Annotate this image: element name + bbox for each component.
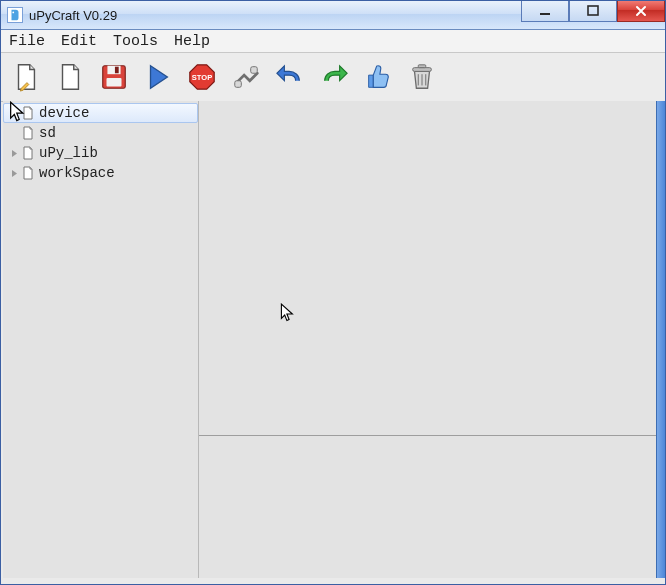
thumbs-up-icon — [363, 62, 393, 92]
menubar: File Edit Tools Help — [1, 30, 665, 53]
tree-item-label: device — [39, 105, 89, 121]
svg-rect-12 — [418, 65, 426, 68]
tree-item-label: uPy_lib — [39, 145, 98, 161]
run-button[interactable] — [141, 60, 175, 94]
connect-icon — [231, 62, 261, 92]
tree-item-label: workSpace — [39, 165, 115, 181]
tree-item-workspace[interactable]: workSpace — [3, 163, 198, 183]
cursor-icon — [279, 303, 297, 325]
expand-icon[interactable] — [7, 146, 21, 160]
menu-help[interactable]: Help — [170, 31, 222, 52]
scrollbar-vertical[interactable] — [656, 101, 665, 578]
expand-icon[interactable] — [7, 166, 21, 180]
undo-button[interactable] — [273, 60, 307, 94]
svg-rect-6 — [107, 78, 122, 86]
minimize-button[interactable] — [521, 1, 569, 22]
editor-panel — [199, 101, 657, 578]
open-file-button[interactable] — [53, 60, 87, 94]
tree-item-upylib[interactable]: uPy_lib — [3, 143, 198, 163]
tree-item-label: sd — [39, 125, 56, 141]
expander-placeholder — [7, 126, 21, 140]
trash-icon — [407, 62, 437, 92]
app-window: uPyCraft V0.29 File Edit Tools Help — [0, 0, 666, 585]
toolbar: STOP — [1, 53, 665, 102]
connect-button[interactable] — [229, 60, 263, 94]
new-file-button[interactable] — [9, 60, 43, 94]
svg-text:STOP: STOP — [192, 73, 212, 82]
file-icon — [21, 146, 35, 160]
undo-icon — [275, 62, 305, 92]
editor-area[interactable] — [199, 101, 657, 436]
close-button[interactable] — [617, 1, 665, 22]
tree-item-device[interactable]: device — [3, 103, 198, 123]
stop-icon: STOP — [187, 62, 217, 92]
console-area[interactable] — [199, 436, 657, 578]
tree-panel[interactable]: device sd uPy_lib — [3, 101, 199, 578]
menu-tools[interactable]: Tools — [109, 31, 170, 52]
maximize-button[interactable] — [569, 1, 617, 22]
svg-rect-1 — [540, 13, 550, 15]
menu-file[interactable]: File — [5, 31, 57, 52]
svg-rect-2 — [588, 6, 598, 15]
save-icon — [99, 62, 129, 92]
tree-item-sd[interactable]: sd — [3, 123, 198, 143]
stop-button[interactable]: STOP — [185, 60, 219, 94]
app-icon — [7, 7, 23, 23]
run-icon — [143, 62, 173, 92]
sync-button[interactable] — [361, 60, 395, 94]
titlebar[interactable]: uPyCraft V0.29 — [1, 1, 665, 30]
menu-edit[interactable]: Edit — [57, 31, 109, 52]
body: device sd uPy_lib — [3, 101, 657, 578]
window-title: uPyCraft V0.29 — [29, 8, 117, 23]
clear-button[interactable] — [405, 60, 439, 94]
open-file-icon — [55, 62, 85, 92]
svg-rect-9 — [235, 81, 242, 88]
svg-rect-10 — [251, 67, 258, 74]
file-icon — [21, 126, 35, 140]
redo-icon — [319, 62, 349, 92]
file-icon — [21, 166, 35, 180]
redo-button[interactable] — [317, 60, 351, 94]
window-buttons — [521, 1, 665, 21]
save-button[interactable] — [97, 60, 131, 94]
cursor-icon — [9, 101, 27, 123]
new-file-icon — [11, 62, 41, 92]
svg-rect-11 — [413, 68, 432, 72]
svg-point-0 — [12, 12, 14, 14]
svg-rect-5 — [115, 67, 119, 74]
